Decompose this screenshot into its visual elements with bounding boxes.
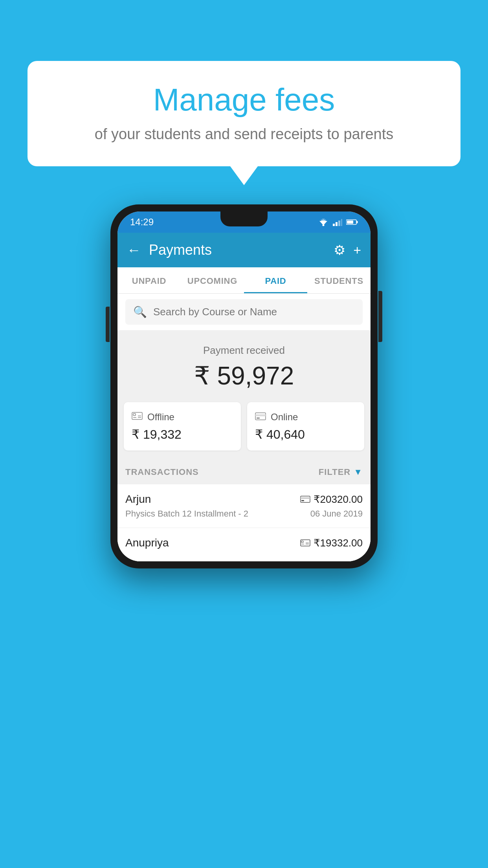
svg-point-3 <box>323 224 325 226</box>
phone-wrapper: 14:29 <box>110 204 378 568</box>
svg-rect-6 <box>338 221 340 226</box>
add-button[interactable]: + <box>353 243 361 258</box>
payment-cards: Offline ₹ 19,332 <box>117 402 371 460</box>
transactions-header: TRANSACTIONS FILTER ▼ <box>117 460 371 484</box>
search-input[interactable] <box>153 306 355 318</box>
svg-rect-20 <box>301 497 310 499</box>
transaction-amount: ₹20320.00 <box>300 493 363 506</box>
tab-students[interactable]: STUDENTS <box>307 267 371 293</box>
speech-bubble-container: Manage fees of your students and send re… <box>28 61 460 166</box>
tab-unpaid[interactable]: UNPAID <box>117 267 181 293</box>
svg-rect-19 <box>301 496 310 502</box>
tab-paid[interactable]: PAID <box>244 267 307 293</box>
transactions-label: TRANSACTIONS <box>125 467 199 477</box>
back-button[interactable]: ← <box>127 242 141 258</box>
app-bar: ← Payments ⚙ + <box>117 233 371 267</box>
transaction-amount: ₹19332.00 <box>300 537 363 549</box>
search-icon: 🔍 <box>133 305 147 318</box>
svg-rect-5 <box>336 222 338 226</box>
content-area: 🔍 Payment received ₹ 59,972 <box>117 294 371 561</box>
search-container: 🔍 <box>117 294 371 330</box>
offline-card: Offline ₹ 19,332 <box>124 402 241 451</box>
notch <box>220 211 268 226</box>
search-bar[interactable]: 🔍 <box>125 299 363 325</box>
transaction-row2: Physics Batch 12 Installment - 2 06 June… <box>125 509 363 519</box>
signal-icon <box>333 218 342 226</box>
app-bar-actions: ⚙ + <box>334 242 361 258</box>
offline-label: Offline <box>147 412 174 423</box>
phone-screen: 14:29 <box>117 211 371 561</box>
table-row[interactable]: Anupriya ₹19332.00 <box>117 528 371 561</box>
status-bar: 14:29 <box>117 211 371 233</box>
svg-rect-4 <box>333 224 335 226</box>
transaction-name: Arjun <box>125 493 151 506</box>
filter-label: FILTER <box>319 467 350 477</box>
status-icons <box>318 218 358 226</box>
online-label: Online <box>271 412 298 423</box>
bubble-title: Manage fees <box>51 83 437 117</box>
transaction-date: 06 June 2019 <box>310 509 363 519</box>
transaction-list: Arjun ₹20320.00 Physics <box>117 484 371 561</box>
svg-rect-23 <box>301 541 303 542</box>
svg-rect-21 <box>301 500 304 501</box>
transaction-name: Anupriya <box>125 537 169 549</box>
transaction-desc: Physics Batch 12 Installment - 2 <box>125 509 248 519</box>
online-amount: ₹ 40,640 <box>255 427 356 442</box>
online-card: Online ₹ 40,640 <box>247 402 364 451</box>
svg-rect-9 <box>357 221 358 223</box>
settings-button[interactable]: ⚙ <box>334 242 345 258</box>
svg-rect-18 <box>257 417 260 419</box>
payment-received-label: Payment received <box>125 344 363 357</box>
svg-rect-12 <box>133 414 136 416</box>
battery-icon <box>346 219 358 225</box>
status-time: 14:29 <box>130 217 154 228</box>
svg-rect-10 <box>347 221 353 224</box>
bubble-subtitle: of your students and send receipts to pa… <box>51 126 437 143</box>
offline-icon <box>132 411 143 423</box>
card-pay-icon <box>300 495 310 503</box>
svg-rect-17 <box>255 414 266 416</box>
filter-button[interactable]: FILTER ▼ <box>319 467 363 477</box>
speech-bubble: Manage fees of your students and send re… <box>28 61 460 166</box>
tab-upcoming[interactable]: UPCOMING <box>181 267 244 293</box>
online-icon <box>255 411 266 423</box>
app-title: Payments <box>149 242 326 258</box>
offline-card-header: Offline <box>132 411 233 423</box>
transaction-row1: Arjun ₹20320.00 <box>125 493 363 506</box>
offline-pay-icon <box>300 539 310 547</box>
wifi-icon <box>318 218 329 226</box>
offline-amount: ₹ 19,332 <box>132 427 233 442</box>
payment-summary: Payment received ₹ 59,972 <box>117 330 371 402</box>
payment-received-amount: ₹ 59,972 <box>125 361 363 390</box>
svg-rect-7 <box>341 219 342 226</box>
tabs-bar: UNPAID UPCOMING PAID STUDENTS <box>117 267 371 294</box>
transaction-row1: Anupriya ₹19332.00 <box>125 537 363 549</box>
phone-outer: 14:29 <box>110 204 378 568</box>
table-row[interactable]: Arjun ₹20320.00 Physics <box>117 484 371 528</box>
online-card-header: Online <box>255 411 356 423</box>
filter-icon: ▼ <box>354 467 363 477</box>
